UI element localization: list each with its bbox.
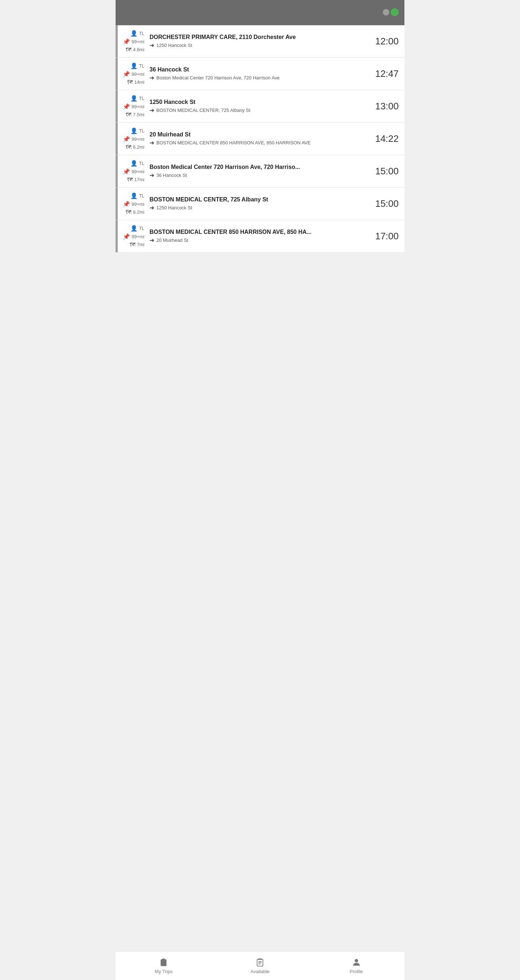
trip-distance-label: 17mi: [134, 177, 144, 182]
trip-time[interactable]: 13:00: [369, 90, 404, 123]
trip-origin: 1250 Hancock St: [150, 99, 367, 105]
trip-type-row: 👤 TL: [130, 192, 144, 199]
arrow-icon: ➔: [150, 42, 154, 49]
arrow-icon: ➔: [150, 107, 154, 114]
trip-destination-row: ➔ 20 Muirhead St: [150, 237, 367, 243]
trip-content: DORCHESTER PRIMARY CARE, 2110 Dorchester…: [147, 25, 369, 57]
nav-label-available: Available: [250, 969, 270, 974]
trip-origin: BOSTON MEDICAL CENTER 850 HARRISON AVE, …: [150, 229, 367, 235]
trip-item[interactable]: 👤 TL 📌 99+mi 🗺 4.8mi DORCHESTER PRIMARY …: [116, 25, 404, 58]
distance-meta-label: 99+mi: [131, 39, 144, 45]
location-meta-icon: 📌: [123, 103, 130, 110]
trip-distance-label: 6.2mi: [133, 145, 144, 150]
distance-meta-row: 📌 99+mi: [123, 201, 144, 208]
location-meta-icon: 📌: [123, 38, 130, 45]
distance-meta-row: 📌 99+mi: [123, 233, 144, 240]
trip-distance-row: 🗺 14mi: [127, 79, 144, 86]
trip-time[interactable]: 12:47: [369, 58, 404, 90]
trip-type-label: TL: [139, 31, 144, 36]
distance-meta-label: 99+mi: [131, 104, 144, 109]
trip-origin: DORCHESTER PRIMARY CARE, 2110 Dorchester…: [150, 34, 367, 40]
nav-item-profile[interactable]: Profile: [308, 951, 404, 980]
trip-type-label: TL: [139, 226, 144, 231]
arrow-icon: ➔: [150, 74, 154, 81]
location-meta-icon: 📌: [123, 71, 130, 78]
availability-status[interactable]: [383, 8, 399, 17]
nav-label-profile: Profile: [349, 969, 363, 974]
trip-item[interactable]: 👤 TL 📌 99+mi 🗺 7.5mi 1250 Hancock St ➔ B…: [116, 90, 404, 123]
trip-distance-row: 🗺 17mi: [127, 177, 144, 183]
map-meta-icon: 🗺: [126, 209, 131, 215]
trip-item[interactable]: 👤 TL 📌 99+mi 🗺 7mi BOSTON MEDICAL CENTER…: [116, 220, 404, 253]
trip-item[interactable]: 👤 TL 📌 99+mi 🗺 17mi Boston Medical Cente…: [116, 155, 404, 188]
trip-origin: 20 Muirhead St: [150, 131, 367, 138]
trip-destination-row: ➔ 36 Hancock St: [150, 172, 367, 179]
trip-meta: 👤 TL 📌 99+mi 🗺 14mi: [118, 58, 147, 90]
trip-content: BOSTON MEDICAL CENTER, 725 Albany St ➔ 1…: [147, 188, 369, 220]
svg-point-6: [355, 959, 358, 963]
trip-meta: 👤 TL 📌 99+mi 🗺 8.2mi: [118, 188, 147, 220]
app-header: [116, 0, 404, 25]
trip-destination: BOSTON MEDICAL CENTER, 725 Albany St: [156, 108, 250, 113]
distance-meta-row: 📌 99+mi: [123, 71, 144, 78]
trip-time[interactable]: 17:00: [369, 220, 404, 252]
nav-item-my-trips[interactable]: My Trips: [116, 951, 212, 980]
trip-distance-row: 🗺 6.2mi: [126, 144, 144, 151]
trip-time[interactable]: 15:00: [369, 155, 404, 187]
trip-distance-row: 🗺 4.8mi: [126, 46, 144, 53]
trip-item[interactable]: 👤 TL 📌 99+mi 🗺 14mi 36 Hancock St ➔ Bost…: [116, 58, 404, 90]
trip-destination-row: ➔ BOSTON MEDICAL CENTER 850 HARRISON AVE…: [150, 139, 367, 146]
trip-destination: Boston Medical Center 720 Harrison Ave, …: [156, 75, 279, 81]
arrow-icon: ➔: [150, 172, 154, 179]
person-meta-icon: 👤: [130, 62, 137, 69]
trip-destination: 36 Hancock St: [156, 173, 187, 178]
trip-distance-label: 7mi: [137, 242, 144, 247]
trip-item[interactable]: 👤 TL 📌 99+mi 🗺 6.2mi 20 Muirhead St ➔ BO…: [116, 123, 404, 155]
trip-type-label: TL: [139, 161, 144, 166]
bottom-nav: My Trips Available Profile: [116, 951, 404, 980]
trip-item[interactable]: 👤 TL 📌 99+mi 🗺 8.2mi BOSTON MEDICAL CENT…: [116, 188, 404, 220]
person-meta-icon: 👤: [130, 30, 137, 37]
trip-meta: 👤 TL 📌 99+mi 🗺 7mi: [118, 220, 147, 252]
arrow-icon: ➔: [150, 204, 154, 211]
trip-destination-row: ➔ Boston Medical Center 720 Harrison Ave…: [150, 74, 367, 81]
map-meta-icon: 🗺: [126, 144, 131, 151]
map-meta-icon: 🗺: [126, 111, 131, 118]
trip-type-label: TL: [139, 128, 144, 134]
trip-content: 36 Hancock St ➔ Boston Medical Center 72…: [147, 58, 369, 90]
trip-time[interactable]: 12:00: [369, 25, 404, 57]
distance-meta-row: 📌 99+mi: [123, 103, 144, 110]
trip-destination: BOSTON MEDICAL CENTER 850 HARRISON AVE, …: [156, 140, 311, 145]
arrow-icon: ➔: [150, 139, 154, 146]
trip-origin: Boston Medical Center 720 Harrison Ave, …: [150, 164, 367, 170]
map-meta-icon: 🗺: [130, 242, 136, 248]
trip-type-row: 👤 TL: [130, 127, 144, 134]
trip-type-row: 👤 TL: [130, 95, 144, 102]
trip-time[interactable]: 15:00: [369, 188, 404, 220]
distance-meta-label: 99+mi: [131, 169, 144, 174]
trip-type-row: 👤 TL: [130, 160, 144, 167]
location-meta-icon: 📌: [123, 168, 130, 175]
person-meta-icon: 👤: [130, 127, 137, 134]
person-meta-icon: 👤: [130, 225, 137, 232]
trip-content: Boston Medical Center 720 Harrison Ave, …: [147, 155, 369, 187]
trip-destination: 1250 Hancock St: [156, 205, 192, 210]
person-meta-icon: 👤: [130, 95, 137, 102]
trip-destination-row: ➔ 1250 Hancock St: [150, 42, 367, 49]
trip-type-row: 👤 TL: [130, 62, 144, 69]
trip-time[interactable]: 14:22: [369, 123, 404, 155]
trip-meta: 👤 TL 📌 99+mi 🗺 6.2mi: [118, 123, 147, 155]
map-meta-icon: 🗺: [127, 79, 133, 86]
distance-meta-row: 📌 99+mi: [123, 38, 144, 45]
clipboard-check-icon: [158, 957, 169, 967]
trip-meta: 👤 TL 📌 99+mi 🗺 7.5mi: [118, 90, 147, 123]
trip-list: 👤 TL 📌 99+mi 🗺 4.8mi DORCHESTER PRIMARY …: [116, 25, 404, 602]
location-meta-icon: 📌: [123, 136, 130, 143]
trip-distance-row: 🗺 8.2mi: [126, 209, 144, 215]
trip-meta: 👤 TL 📌 99+mi 🗺 4.8mi: [118, 25, 147, 57]
trip-type-label: TL: [139, 193, 144, 199]
distance-meta-row: 📌 99+mi: [123, 136, 144, 143]
nav-item-available[interactable]: Available: [212, 951, 308, 980]
trip-distance-row: 🗺 7.5mi: [126, 111, 144, 118]
map-meta-icon: 🗺: [127, 177, 133, 183]
